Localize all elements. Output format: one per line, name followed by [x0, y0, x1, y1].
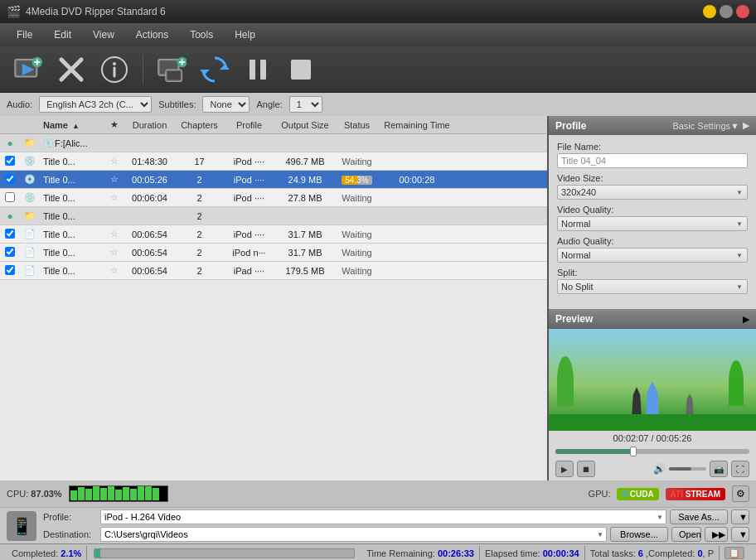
- disk-icon: 💿: [24, 174, 36, 184]
- add-video-button[interactable]: [10, 51, 46, 88]
- disk-icon: 💿: [24, 192, 36, 202]
- list-item[interactable]: 📄 Title 0... ☆ 00:06:54 2 iPad ···· 179.…: [0, 262, 547, 280]
- row-checkbox[interactable]: [5, 156, 15, 166]
- total-tasks-label: Total tasks:: [590, 548, 636, 558]
- list-item[interactable]: 💿 Title 0... ☆ 00:05:26 2 iPod ···· 24.9…: [0, 171, 547, 189]
- destination-label: Destination:: [43, 529, 97, 539]
- ati-stream-badge[interactable]: ATI STREAM: [666, 488, 725, 500]
- elapsed-value: 00:00:34: [543, 548, 579, 558]
- row-checkbox[interactable]: [5, 192, 15, 202]
- bottom-bar: 📱 Profile: iPod - H.264 Video Save As...…: [0, 507, 756, 543]
- progress-bar-container: [87, 548, 361, 558]
- destination-select-wrapper: C:\Users\grqi\Videos: [100, 527, 607, 542]
- save-as-button[interactable]: Save As...: [670, 509, 728, 524]
- cpu-label: CPU: 87.03%: [7, 489, 62, 499]
- split-wrapper: No Split: [557, 279, 748, 294]
- svg-point-9: [113, 62, 116, 65]
- menu-tools[interactable]: Tools: [180, 26, 223, 44]
- fullscreen-button[interactable]: ⛶: [731, 461, 749, 477]
- list-item-name: 💿 F:[Alic...: [40, 138, 106, 148]
- profile-title: Profile: [555, 120, 586, 132]
- audio-quality-select[interactable]: Normal: [557, 248, 748, 263]
- row-checkbox[interactable]: [5, 229, 15, 239]
- list-item[interactable]: 💿 Title 0... ☆ 00:06:04 2 iPod ···· 27.8…: [0, 189, 547, 207]
- preview-expand-icon[interactable]: ▶: [743, 314, 749, 325]
- row-checkbox[interactable]: [5, 174, 15, 184]
- open-button[interactable]: Open: [671, 527, 701, 542]
- close-button[interactable]: [736, 5, 749, 18]
- stop-button[interactable]: [283, 51, 319, 88]
- list-item[interactable]: 💿 Title 0... ☆ 01:48:30 17 iPod ···· 496…: [0, 152, 547, 171]
- stop-preview-button[interactable]: ⏹: [577, 461, 595, 477]
- list-item[interactable]: ● 📁 💿 F:[Alic...: [0, 134, 547, 152]
- row-checkbox[interactable]: [5, 265, 15, 275]
- volume-slider[interactable]: [669, 467, 706, 471]
- toolbar-separator: [143, 55, 143, 84]
- col-header-name[interactable]: Name ▲: [40, 120, 106, 130]
- basic-settings-dropdown[interactable]: Basic Settings▼ ▶: [672, 120, 749, 131]
- list-item-name: Title 0...: [40, 211, 106, 221]
- split-select[interactable]: No Split: [557, 279, 748, 294]
- destination-select[interactable]: C:\Users\grqi\Videos: [100, 527, 607, 542]
- preview-progress-handle[interactable]: [630, 447, 637, 456]
- progress-bar-fill: [94, 549, 100, 558]
- file-name-label: File Name:: [557, 142, 748, 152]
- col-header-chapters: Chapters: [177, 120, 222, 130]
- convert-button[interactable]: ▶▶: [705, 527, 728, 542]
- app-title: 4Media DVD Ripper Standard 6: [26, 6, 166, 17]
- preview-time: 00:02:07 / 00:05:26: [549, 431, 756, 446]
- video-size-select[interactable]: 320x240: [557, 185, 748, 200]
- browse-button[interactable]: Browse...: [610, 527, 668, 542]
- audio-quality-wrapper: Normal: [557, 248, 748, 263]
- audio-label: Audio:: [7, 99, 32, 109]
- profile-select-wrapper: iPod - H.264 Video: [100, 509, 666, 524]
- list-item[interactable]: 📄 Title 0... ☆ 00:06:54 2 iPod n··· 31.7…: [0, 244, 547, 262]
- menu-view[interactable]: View: [83, 26, 124, 44]
- completed-tasks-label: Completed:: [648, 548, 695, 558]
- tasks-segment: Total tasks: 6 , Completed: 0, P: [585, 546, 720, 560]
- menu-edit[interactable]: Edit: [44, 26, 81, 44]
- cuda-badge[interactable]: N CUDA: [617, 488, 658, 500]
- file-list-container: Name ▲ ★ Duration Chapters Profile Outpu…: [0, 116, 549, 480]
- col-header-remaining: Remaining Time: [380, 120, 454, 130]
- video-size-wrapper: 320x240: [557, 185, 748, 200]
- cpu-bar: CPU: 87.03% GPU: N CUDA ATI STREAM ⚙: [0, 480, 756, 507]
- file-name-input[interactable]: [557, 153, 748, 168]
- preview-video[interactable]: [549, 329, 756, 431]
- subtitles-select[interactable]: None: [202, 96, 250, 113]
- convert-options-button[interactable]: ▼: [731, 527, 749, 542]
- pause-button[interactable]: [240, 51, 276, 88]
- log-button[interactable]: 📋: [724, 547, 744, 559]
- audio-select[interactable]: English AC3 2ch (C...: [39, 96, 152, 113]
- info-button[interactable]: [96, 51, 133, 88]
- save-arrow-button[interactable]: ▼: [731, 509, 749, 524]
- status-bar: Completed: 2.1% Time Remaining: 00:26:33…: [0, 543, 756, 560]
- play-button[interactable]: ▶: [555, 461, 574, 477]
- menu-actions[interactable]: Actions: [126, 26, 178, 44]
- video-quality-select[interactable]: Normal: [557, 216, 748, 231]
- list-item[interactable]: ● 📁 Title 0... 2: [0, 207, 547, 225]
- profile-select[interactable]: iPod - H.264 Video: [100, 509, 666, 524]
- remove-button[interactable]: [53, 51, 90, 88]
- col-header-status: Status: [334, 120, 380, 130]
- menu-file[interactable]: File: [7, 26, 42, 44]
- add-merge-button[interactable]: [153, 51, 190, 88]
- time-remaining-segment: Time Remaining: 00:26:33: [361, 546, 480, 560]
- preview-progress-fill: [555, 449, 633, 454]
- maximize-button[interactable]: [720, 5, 733, 18]
- elapsed-segment: Elapsed time: 00:00:34: [480, 546, 585, 560]
- svg-rect-14: [167, 70, 181, 80]
- snapshot-button[interactable]: 📷: [710, 461, 728, 477]
- menu-help[interactable]: Help: [225, 26, 265, 44]
- preview-progress-bar[interactable]: [555, 449, 749, 454]
- list-item[interactable]: 📄 Title 0... ☆ 00:06:54 2 iPod ···· 31.7…: [0, 225, 547, 244]
- elapsed-label: Elapsed time:: [485, 548, 540, 558]
- options-bar: Audio: English AC3 2ch (C... Subtitles: …: [0, 93, 756, 116]
- gpu-settings-button[interactable]: ⚙: [732, 485, 749, 502]
- row-checkbox[interactable]: [5, 247, 15, 257]
- minimize-button[interactable]: [703, 5, 716, 18]
- angle-select[interactable]: 1: [289, 96, 322, 113]
- folder-icon: 📁: [24, 210, 36, 220]
- refresh-button[interactable]: [196, 51, 233, 88]
- time-remaining-label: Time Remaining:: [366, 548, 435, 558]
